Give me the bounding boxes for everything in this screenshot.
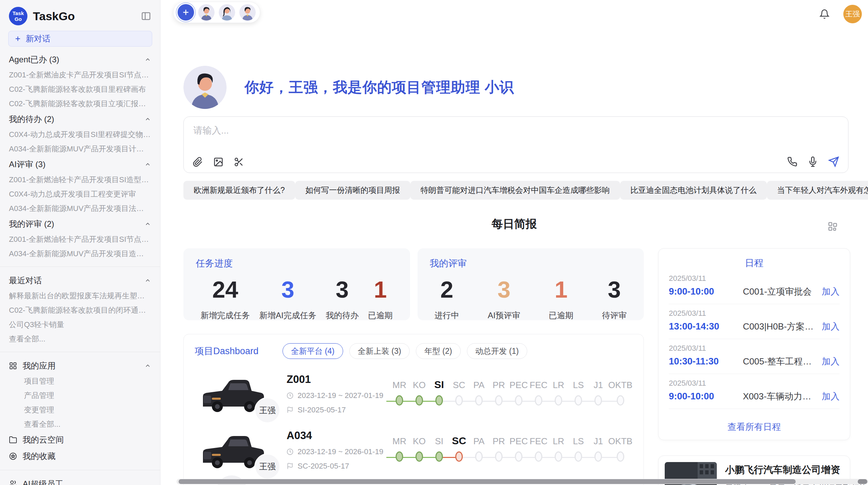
new-chat-button[interactable]: 新对话 bbox=[8, 31, 152, 47]
chevron-up-icon[interactable] bbox=[144, 277, 151, 284]
clock-icon bbox=[287, 392, 293, 399]
suggestion-chip[interactable]: 当下年轻人对汽车外观有怎样的喜好趋势 bbox=[767, 181, 868, 200]
add-agent-button[interactable] bbox=[178, 4, 194, 21]
scrollbar-thumb[interactable] bbox=[179, 479, 796, 484]
suggestion-chip[interactable]: 特朗普可能对进口汽车增税会对中国车企造成哪些影响 bbox=[410, 181, 620, 200]
project-dates: 2023-12-19 ~ 2027-01-19 bbox=[298, 391, 383, 400]
image-icon[interactable] bbox=[213, 157, 224, 167]
plus-icon bbox=[14, 35, 22, 42]
schedule-event[interactable]: 2025/03/11 9:00-10:00 C001-立项审批会 加入 bbox=[669, 274, 840, 298]
phone-icon[interactable] bbox=[787, 157, 797, 167]
suggestion-chip[interactable]: 欧洲新规最近颁布了什么? bbox=[183, 181, 295, 200]
schedule-event[interactable]: 2025/03/11 9:00-10:00 X003-车辆动力学性能验... 加… bbox=[669, 379, 840, 402]
sidebar-item[interactable]: A034-全新新能源MUV产品开发项目造型可行性评审 bbox=[0, 247, 160, 261]
agent-avatar[interactable] bbox=[239, 4, 256, 21]
sidebar-item[interactable]: C0X4-动力总成开发项目工程变更评审 bbox=[0, 187, 160, 201]
schedule-event[interactable]: 2025/03/11 10:30-11:30 C005-整车工程目标评审 加入 bbox=[669, 344, 840, 368]
recent-chat-item[interactable]: 解释最新出台的欧盟报废车法规再生塑料比例被调至15%... bbox=[0, 289, 160, 303]
app-logo: Task Go bbox=[9, 7, 27, 25]
project-row[interactable]: 王强 Z001 2023-12-19 ~ 2027-01-19 SI-2025-… bbox=[195, 373, 632, 415]
sidebar-group-recent[interactable]: 最近对话 bbox=[0, 272, 160, 289]
schedule-event[interactable]: 2025/03/11 13:00-14:30 C003|H0B-方案冻结评审 加… bbox=[669, 309, 840, 333]
sidebar-item[interactable]: C02-飞腾新能源轻客改款项目里程碑画布 bbox=[0, 82, 160, 97]
chat-input[interactable]: 请输入... bbox=[183, 116, 848, 173]
event-time: 10:30-11:30 bbox=[669, 356, 734, 367]
recent-chat-item[interactable]: 公司Q3轻卡销量 bbox=[0, 318, 160, 332]
sidebar-group-my-todo[interactable]: 我的待办 (2) bbox=[0, 111, 160, 127]
chevron-up-icon[interactable] bbox=[144, 221, 151, 227]
suggestion-chip[interactable]: 比亚迪全固态电池计划具体说了什么 bbox=[620, 181, 767, 200]
divider bbox=[669, 374, 840, 374]
layout-grid-icon[interactable] bbox=[828, 221, 838, 232]
user-avatar[interactable]: 王强 bbox=[843, 5, 862, 23]
divider bbox=[0, 266, 160, 267]
sidebar-item-product-mgmt[interactable]: 产品管理 bbox=[0, 388, 160, 403]
join-link[interactable]: 加入 bbox=[822, 356, 840, 368]
sidebar-item[interactable]: C0X4-动力总成开发项目SI里程碑提交物检查 bbox=[0, 127, 160, 142]
cloud-space-label: 我的云空间 bbox=[23, 434, 64, 445]
sidebar-item-project-mgmt[interactable]: 项目管理 bbox=[0, 374, 160, 388]
chevron-up-icon[interactable] bbox=[144, 56, 151, 63]
sidebar: Task Go TaskGo 新对话 Agent已办 (3) Z001-全新燃油… bbox=[0, 0, 160, 485]
timeline-stage: OKTB bbox=[608, 375, 632, 406]
divider bbox=[0, 470, 160, 470]
suggestion-chip[interactable]: 如何写一份清晰的项目周报 bbox=[295, 181, 410, 200]
filter-chip-year-model[interactable]: 年型 (2) bbox=[416, 343, 461, 359]
stage-node bbox=[455, 451, 463, 462]
notifications-bell-icon[interactable] bbox=[819, 9, 830, 19]
apps-view-all[interactable]: 查看全部... bbox=[0, 417, 160, 432]
card-title: 我的评审 bbox=[430, 257, 632, 270]
paperclip-icon[interactable] bbox=[193, 157, 203, 167]
sidebar-group-my-review[interactable]: 我的评审 (2) bbox=[0, 216, 160, 232]
sidebar-item-cloud-space[interactable]: 我的云空间 bbox=[0, 432, 160, 448]
stat-new-ai-done: 3新增AI完成任务 bbox=[259, 278, 316, 321]
view-all-schedule-link[interactable]: 查看所有日程 bbox=[659, 421, 850, 433]
sidebar-item[interactable]: Z001-全新燃油轻卡产品开发项目SI节点属性5D文件评审 bbox=[0, 232, 160, 247]
sidebar-item-change-mgmt[interactable]: 变更管理 bbox=[0, 403, 160, 417]
sidebar-item-my-apps[interactable]: 我的应用 bbox=[0, 358, 160, 374]
sidebar-item-ai-staff[interactable]: AI超级员工 bbox=[0, 476, 160, 485]
suggestion-chips: 欧洲新规最近颁布了什么? 如何写一份清晰的项目周报 特朗普可能对进口汽车增税会对… bbox=[183, 181, 848, 200]
project-row[interactable]: 王强 A034 2023-12-19 ~ 2026-01-19 SC-2025-… bbox=[195, 430, 632, 471]
recent-chat-item[interactable]: C02-飞腾新能源轻客改款项目的闭环通告反馈情况 bbox=[0, 303, 160, 318]
stage-node bbox=[435, 395, 443, 406]
join-link[interactable]: 加入 bbox=[822, 390, 840, 402]
sidebar-group-ai-review[interactable]: AI评审 (3) bbox=[0, 156, 160, 173]
stat-overdue: 1已逾期 bbox=[368, 278, 393, 321]
group-title: 最近对话 bbox=[9, 275, 42, 286]
scissors-icon[interactable] bbox=[234, 157, 244, 167]
flag-icon bbox=[287, 463, 293, 470]
stage-node bbox=[435, 451, 443, 462]
sidebar-collapse-icon[interactable] bbox=[141, 11, 151, 21]
chevron-up-icon[interactable] bbox=[144, 116, 151, 123]
join-link[interactable]: 加入 bbox=[822, 321, 840, 333]
group-title: 我的待办 (2) bbox=[9, 114, 54, 125]
recent-view-all[interactable]: 查看全部... bbox=[0, 332, 160, 346]
sidebar-item[interactable]: C02-飞腾新能源轻客改款项目立项汇报方案 bbox=[0, 97, 160, 111]
sidebar-item[interactable]: A034-全新新能源MUV产品开发项目法规符合性评审 bbox=[0, 201, 160, 216]
sidebar-group-agent-done[interactable]: Agent已办 (3) bbox=[0, 51, 160, 68]
agent-avatar[interactable] bbox=[219, 4, 235, 21]
event-date: 2025/03/11 bbox=[669, 379, 840, 388]
main-area: 王强 你好，王强，我是你的项目管理助理 小识 请输入... 欧洲新规最近颁布了什… bbox=[160, 0, 868, 485]
sidebar-item-favorites[interactable]: 我的收藏 bbox=[0, 448, 160, 464]
sidebar-item[interactable]: A034-全新新能源MUV产品开发项目计划变更表编写 bbox=[0, 142, 160, 156]
grid-icon bbox=[9, 362, 17, 370]
agent-avatar[interactable] bbox=[198, 4, 215, 21]
filter-chip-powertrain[interactable]: 动总开发 (1) bbox=[467, 343, 528, 359]
project-name: Z001 bbox=[287, 373, 389, 386]
filter-chip-new-body[interactable]: 全新上装 (3) bbox=[349, 343, 410, 359]
send-icon[interactable] bbox=[828, 156, 839, 167]
chevron-up-icon[interactable] bbox=[144, 161, 151, 168]
chevron-up-icon[interactable] bbox=[144, 362, 151, 369]
star-circle-icon bbox=[9, 452, 17, 460]
event-time: 9:00-10:00 bbox=[669, 286, 734, 297]
daily-briefing-title: 每日简报 bbox=[160, 216, 868, 232]
join-link[interactable]: 加入 bbox=[822, 286, 840, 298]
microphone-icon[interactable] bbox=[808, 157, 818, 167]
stage-node bbox=[555, 395, 562, 406]
sidebar-item[interactable]: Z001-全新燃油皮卡产品开发项目SI节点Lesson Learn报告 bbox=[0, 68, 160, 82]
filter-chip-new-platform[interactable]: 全新平台 (4) bbox=[282, 343, 343, 359]
horizontal-scrollbar[interactable] bbox=[177, 479, 868, 484]
sidebar-item[interactable]: Z001-全新燃油轻卡产品开发项目SI造型提交物评审 bbox=[0, 173, 160, 187]
